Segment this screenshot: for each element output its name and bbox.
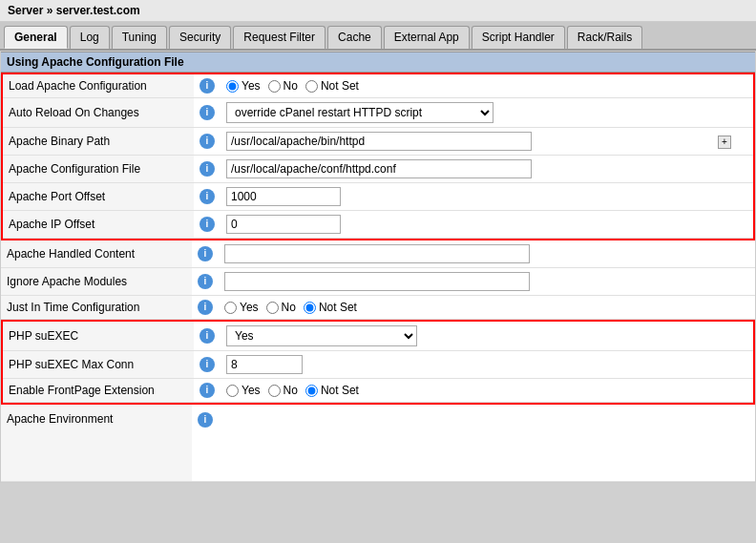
info-icon-load-apache[interactable]: i: [200, 78, 215, 94]
tab-log[interactable]: Log: [70, 26, 110, 49]
fp-yes-label[interactable]: Yes: [226, 384, 261, 397]
info-icon-apache-config[interactable]: i: [200, 161, 215, 177]
auto-reload-select[interactable]: override cPanel restart HTTPD script: [226, 102, 494, 123]
apache-handled-input[interactable]: [224, 244, 530, 263]
apache-port-input[interactable]: [226, 187, 341, 206]
breadcrumb-text: Server » server.test.com: [8, 4, 140, 17]
info-icon-col: i: [194, 74, 220, 98]
table-row: Apache Handled Content i: [1, 240, 755, 268]
field-value-php-suexec-max: [220, 351, 696, 379]
radio-notset-label[interactable]: Not Set: [305, 79, 359, 93]
field-value-apache-config: [220, 156, 696, 183]
php-suexec-select[interactable]: Yes No: [226, 325, 417, 346]
jit-yes-label[interactable]: Yes: [224, 301, 259, 314]
field-value-load-apache: Yes No Not Set: [220, 74, 696, 98]
radio-group-load-apache: Yes No Not Set: [226, 79, 690, 93]
jit-radio-no[interactable]: [266, 302, 279, 314]
info-icon-apache-port[interactable]: i: [200, 189, 215, 204]
info-icon-auto-reload[interactable]: i: [200, 105, 215, 120]
table-row: Apache IP Offset i: [3, 211, 753, 239]
tab-security[interactable]: Security: [169, 26, 231, 49]
apache-config-input[interactable]: [226, 159, 532, 178]
field-label-apache-port: Apache Port Offset: [3, 183, 194, 211]
info-icon-jit-config[interactable]: i: [198, 300, 213, 315]
table-row: PHP suEXEC i Yes No: [3, 322, 753, 351]
table-row: Enable FrontPage Extension i Yes No: [3, 379, 753, 403]
field-label-frontpage: Enable FrontPage Extension: [3, 379, 194, 403]
field-label-php-suexec: PHP suEXEC: [3, 322, 194, 351]
table-row: Apache Configuration File i: [3, 156, 753, 183]
field-label-ignore-modules: Ignore Apache Modules: [1, 268, 192, 296]
bottom-area: Apache Environment i: [1, 405, 755, 482]
field-label-jit-config: Just In Time Configuration: [1, 296, 192, 320]
field-label-auto-reload: Auto Reload On Changes: [3, 98, 194, 128]
info-icon-apache-ip[interactable]: i: [200, 217, 215, 232]
table-row: Apache Binary Path i +: [3, 128, 753, 156]
tab-script-handler[interactable]: Script Handler: [472, 26, 565, 49]
tab-cache[interactable]: Cache: [327, 26, 382, 49]
info-icon-php-suexec[interactable]: i: [200, 328, 215, 344]
tab-request-filter[interactable]: Request Filter: [233, 26, 326, 49]
field-label-apache-env: Apache Environment: [1, 405, 192, 481]
info-icon-frontpage[interactable]: i: [200, 383, 215, 398]
bottom-table: Apache Environment i: [1, 405, 755, 482]
ignore-modules-input[interactable]: [224, 272, 530, 291]
field-label-apache-binary: Apache Binary Path: [3, 128, 194, 156]
expand-icon-apache-binary[interactable]: +: [718, 136, 731, 149]
field-value-ignore-modules: [219, 268, 698, 296]
php-suexec-max-input[interactable]: [226, 355, 303, 374]
field-value-apache-port: [220, 183, 696, 211]
info-icon-apache-binary[interactable]: i: [200, 134, 215, 149]
jit-radio-yes[interactable]: [224, 302, 237, 314]
php-suexec-group: PHP suEXEC i Yes No: [1, 320, 755, 405]
field-value-apache-handled: [219, 240, 698, 268]
field-value-apache-ip: [220, 211, 696, 239]
radio-no-label[interactable]: No: [268, 79, 298, 93]
tab-external-app[interactable]: External App: [384, 26, 470, 49]
radio-yes[interactable]: [226, 80, 239, 93]
fp-notset-label[interactable]: Not Set: [305, 384, 359, 397]
field-value-jit-config: Yes No Not Set: [219, 296, 698, 320]
jit-notset-label[interactable]: Not Set: [304, 301, 357, 314]
jit-radio-notset[interactable]: [304, 302, 316, 314]
radio-no[interactable]: [268, 80, 281, 93]
field-label-apache-ip: Apache IP Offset: [3, 211, 194, 239]
apache-config-group: Load Apache Configuration i Yes No: [1, 73, 755, 240]
fp-radio-no[interactable]: [268, 385, 281, 397]
info-icon-ignore-modules[interactable]: i: [198, 274, 213, 289]
tab-general[interactable]: General: [4, 26, 68, 49]
section-title-apache-config: Using Apache Configuration File: [1, 52, 755, 73]
tabs-bar: General Log Tuning Security Request Filt…: [0, 22, 756, 51]
radio-notset[interactable]: [305, 80, 318, 93]
info-icon-apache-handled[interactable]: i: [198, 246, 213, 261]
php-suexec-table: PHP suEXEC i Yes No: [3, 322, 753, 403]
middle-table: Apache Handled Content i Ignore Apache M…: [1, 240, 755, 320]
table-row: Apache Environment i: [1, 405, 755, 481]
info-icon-apache-env[interactable]: i: [198, 412, 213, 428]
field-value-apache-binary: [220, 128, 696, 156]
field-value-php-suexec: Yes No: [220, 322, 696, 351]
fp-radio-yes[interactable]: [226, 385, 239, 397]
fp-no-label[interactable]: No: [268, 384, 298, 397]
tab-rack-rails[interactable]: Rack/Rails: [567, 26, 642, 49]
tab-tuning[interactable]: Tuning: [112, 26, 167, 49]
radio-yes-label[interactable]: Yes: [226, 79, 261, 93]
main-content: Using Apache Configuration File Load Apa…: [0, 51, 756, 483]
radio-group-jit: Yes No Not Set: [224, 301, 692, 314]
table-row: Just In Time Configuration i Yes No: [1, 296, 755, 320]
apache-config-table: Load Apache Configuration i Yes No: [3, 74, 753, 239]
field-label-load-apache: Load Apache Configuration: [3, 74, 194, 98]
page: Server » server.test.com General Log Tun…: [0, 0, 756, 483]
table-row: Apache Port Offset i: [3, 183, 753, 211]
field-label-php-suexec-max: PHP suEXEC Max Conn: [3, 351, 194, 379]
field-value-apache-env: [219, 405, 698, 481]
table-row: Ignore Apache Modules i: [1, 268, 755, 296]
apache-ip-input[interactable]: [226, 215, 341, 234]
field-label-apache-handled: Apache Handled Content: [1, 240, 192, 268]
fp-radio-notset[interactable]: [305, 385, 318, 397]
apache-binary-input[interactable]: [226, 132, 532, 151]
info-icon-php-suexec-max[interactable]: i: [200, 357, 215, 372]
radio-group-frontpage: Yes No Not Set: [226, 384, 690, 397]
jit-no-label[interactable]: No: [266, 301, 296, 314]
table-row: PHP suEXEC Max Conn i: [3, 351, 753, 379]
